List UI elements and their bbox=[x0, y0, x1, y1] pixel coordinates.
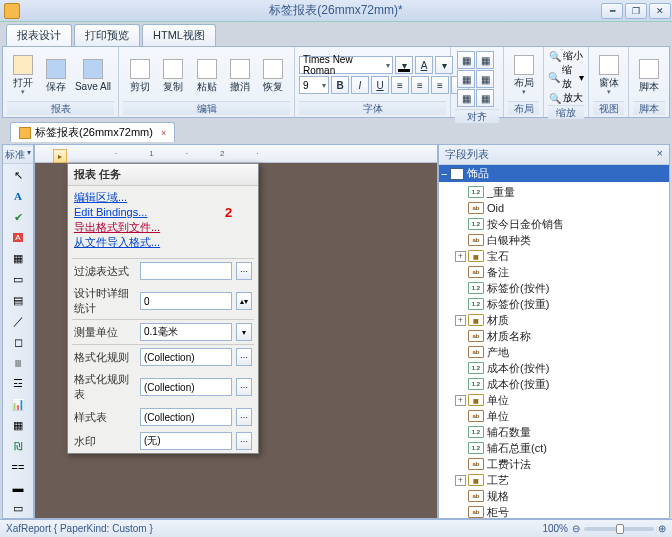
tab-html-view[interactable]: HTML视图 bbox=[142, 24, 216, 46]
font-name-combo[interactable]: Times New Roman bbox=[299, 56, 393, 74]
paste-button[interactable]: 粘贴 bbox=[190, 56, 223, 95]
group-font-label: 字体 bbox=[299, 101, 446, 115]
zoom-shrink[interactable]: 🔍 缩小 bbox=[549, 49, 583, 63]
align-left-button[interactable]: ≡ bbox=[391, 76, 409, 94]
bold-button[interactable]: B bbox=[331, 76, 349, 94]
ribbon-tabs: 报表设计 打印预览 HTML视图 bbox=[0, 24, 672, 46]
group-scale-label: 缩放 bbox=[548, 105, 584, 119]
undo-button[interactable]: 撤消 bbox=[223, 56, 256, 95]
underline-button[interactable]: U bbox=[371, 76, 389, 94]
saveall-button[interactable]: Save All bbox=[72, 56, 114, 95]
document-tabs: 标签报表(26mmx72mm) × bbox=[0, 122, 672, 142]
align-btn-2[interactable]: ▦ bbox=[476, 51, 494, 69]
layout-button[interactable]: 布局▾ bbox=[508, 52, 539, 99]
group-view-label: 视图 bbox=[593, 101, 624, 115]
copy-button[interactable]: 复制 bbox=[156, 56, 189, 95]
close-button[interactable]: ✕ bbox=[649, 3, 671, 19]
group-script-label: 脚本 bbox=[633, 101, 665, 115]
app-icon bbox=[4, 3, 20, 19]
backcolor-button[interactable]: A bbox=[415, 56, 433, 74]
document-tab[interactable]: 标签报表(26mmx72mm) × bbox=[10, 122, 175, 142]
maximize-button[interactable]: ❐ bbox=[625, 3, 647, 19]
forecolor-button[interactable]: ▾ bbox=[395, 56, 413, 74]
italic-button[interactable]: I bbox=[351, 76, 369, 94]
align-btn-3[interactable]: ▦ bbox=[457, 70, 475, 88]
align-btn-4[interactable]: ▦ bbox=[476, 70, 494, 88]
cut-button[interactable]: 剪切 bbox=[123, 56, 156, 95]
ribbon: 打开▾ 保存 Save All 报表 剪切 复制 粘贴 撤消 恢复 编辑 Tim… bbox=[2, 46, 670, 118]
document-icon bbox=[19, 127, 31, 139]
font-size-combo[interactable]: 9 bbox=[299, 76, 329, 94]
document-tab-label: 标签报表(26mmx72mm) bbox=[35, 125, 153, 140]
script-button[interactable]: 脚本 bbox=[633, 56, 665, 95]
tab-print-preview[interactable]: 打印预览 bbox=[74, 24, 140, 46]
save-button[interactable]: 保存 bbox=[40, 56, 73, 95]
minimize-button[interactable]: ━ bbox=[601, 3, 623, 19]
open-button[interactable]: 打开▾ bbox=[7, 52, 40, 99]
document-close-icon[interactable]: × bbox=[161, 128, 166, 138]
group-align-label: 对齐 bbox=[455, 109, 499, 123]
align-right-button[interactable]: ≡ bbox=[431, 76, 449, 94]
window-title: 标签报表(26mmx72mm)* bbox=[269, 2, 402, 19]
align-btn-5[interactable]: ▦ bbox=[457, 89, 475, 107]
zoom-expand[interactable]: 🔍 放大 bbox=[549, 91, 583, 105]
align-center-button[interactable]: ≡ bbox=[411, 76, 429, 94]
titlebar: 标签报表(26mmx72mm)* ━ ❐ ✕ bbox=[0, 0, 672, 22]
redo-button[interactable]: 恢复 bbox=[257, 56, 290, 95]
window-button[interactable]: 窗体▾ bbox=[593, 52, 624, 99]
zoom-scale[interactable]: 🔍 缩放 ▾ bbox=[548, 63, 584, 91]
align-btn-6[interactable]: ▦ bbox=[476, 89, 494, 107]
align-btn-1[interactable]: ▦ bbox=[457, 51, 475, 69]
group-report-label: 报表 bbox=[7, 101, 114, 115]
group-edit-label: 编辑 bbox=[123, 101, 290, 115]
tab-report-design[interactable]: 报表设计 bbox=[6, 24, 72, 46]
group-layout-label: 布局 bbox=[508, 101, 539, 115]
